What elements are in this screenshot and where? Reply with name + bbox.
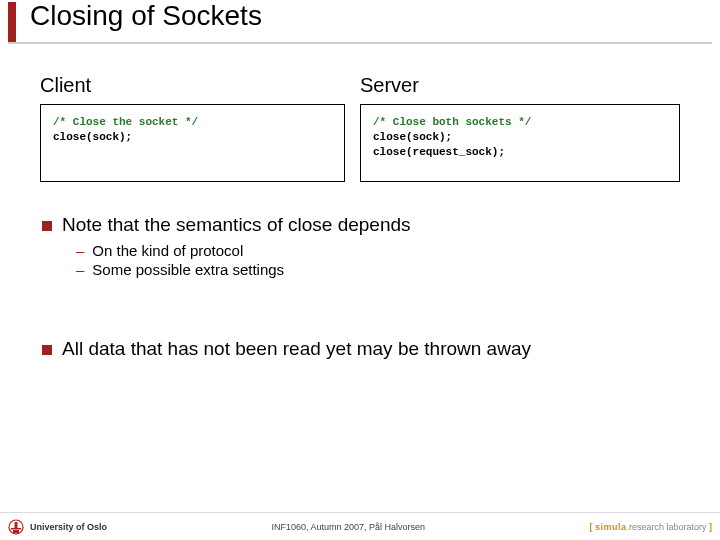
bullet-1-sub1: On the kind of protocol xyxy=(92,242,243,259)
footer-simula: simula xyxy=(595,522,627,532)
bullet-1-sub2: Some possible extra settings xyxy=(92,261,284,278)
title-accent-bar xyxy=(8,2,16,42)
server-code-comment: /* Close both sockets */ xyxy=(373,116,531,128)
title-underline xyxy=(8,42,712,44)
client-code-comment: /* Close the socket */ xyxy=(53,116,198,128)
bullet-block-1: Note that the semantics of close depends… xyxy=(42,214,702,278)
university-logo-icon xyxy=(8,518,24,536)
bullet-2-text: All data that has not been read yet may … xyxy=(62,338,531,360)
footer-university: University of Oslo xyxy=(30,522,107,532)
bullet-square-icon xyxy=(42,345,52,355)
svg-rect-1 xyxy=(15,522,18,528)
footer-left: University of Oslo xyxy=(8,518,107,536)
server-heading: Server xyxy=(360,74,419,97)
svg-rect-3 xyxy=(13,530,19,533)
footer-course: INF1060, Autumn 2007, Pål Halvorsen xyxy=(107,522,589,532)
dash-icon: – xyxy=(76,261,84,278)
footer-lab: [ simula.research laboratory ] xyxy=(589,522,712,532)
slide-footer: University of Oslo INF1060, Autumn 2007,… xyxy=(0,512,720,540)
client-code-line: close(sock); xyxy=(53,131,132,143)
client-code-box: /* Close the socket */ close(sock); xyxy=(40,104,345,182)
bullet-block-2: All data that has not been read yet may … xyxy=(42,338,702,360)
slide-title: Closing of Sockets xyxy=(30,0,262,32)
footer-rlab: .research laboratory xyxy=(626,522,706,532)
bullet-square-icon xyxy=(42,221,52,231)
bullet-1-text: Note that the semantics of close depends xyxy=(62,214,411,236)
server-code-line2: close(request_sock); xyxy=(373,146,505,158)
client-heading: Client xyxy=(40,74,91,97)
dash-icon: – xyxy=(76,242,84,259)
svg-rect-2 xyxy=(11,528,21,530)
server-code-box: /* Close both sockets */ close(sock); cl… xyxy=(360,104,680,182)
bracket-close-icon: ] xyxy=(707,522,713,532)
server-code-line1: close(sock); xyxy=(373,131,452,143)
